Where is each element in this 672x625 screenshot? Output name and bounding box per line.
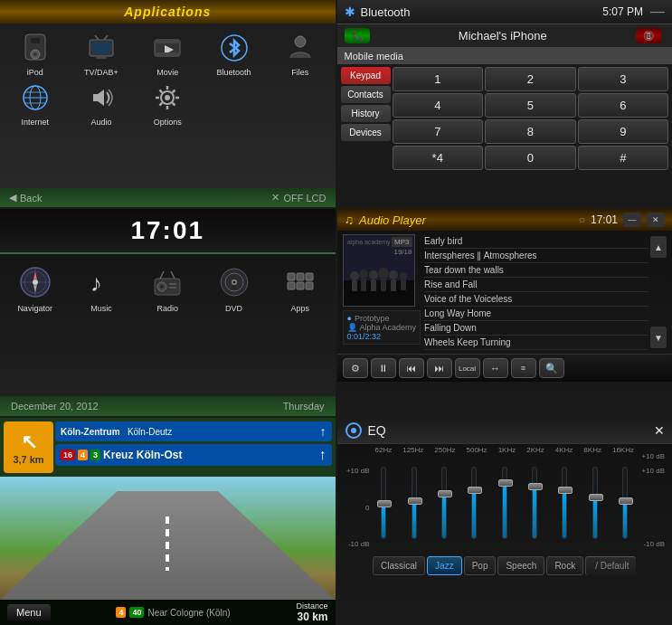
- menu-music[interactable]: ♪ Music: [70, 263, 132, 313]
- bt-key-hash[interactable]: #: [578, 146, 669, 170]
- eq-slider-250hz[interactable]: [433, 467, 455, 548]
- bt-key-6[interactable]: 6: [578, 93, 669, 118]
- eq-slider-125hz[interactable]: [403, 467, 425, 548]
- audio-playlist-btn[interactable]: ≡: [511, 358, 536, 378]
- eq-handle-62hz[interactable]: [377, 500, 392, 507]
- nav-sign-text1: Köln-Zentrum Köln-Deutz: [61, 427, 172, 437]
- bt-hangup-button[interactable]: 📵: [636, 28, 661, 43]
- track-1[interactable]: Early bird: [424, 234, 648, 249]
- svg-line-8: [104, 35, 108, 40]
- svg-text:♪: ♪: [90, 270, 102, 297]
- track-3[interactable]: Tear down the walls: [424, 263, 648, 278]
- eq-close-button[interactable]: ✕: [654, 423, 665, 438]
- nav-sign-bottom: 16 4 3 Kreuz Köln-Ost ↑: [55, 444, 332, 466]
- scroll-down-btn[interactable]: ▼: [650, 327, 667, 348]
- offlcd-button[interactable]: ✕ OFF LCD: [271, 192, 326, 204]
- freq-4khz: 4KHz: [555, 446, 573, 462]
- eq-handle-4khz[interactable]: [558, 487, 573, 494]
- eq-handle-16khz[interactable]: [619, 497, 633, 505]
- svg-rect-52: [361, 279, 366, 291]
- freq-500hz: 500Hz: [466, 446, 487, 462]
- bt-key-star[interactable]: *4: [393, 146, 484, 170]
- track-2[interactable]: Interspheres ∥ Atmospheres: [424, 249, 648, 263]
- app-tvdab[interactable]: TV/DAB+: [70, 31, 132, 77]
- svg-rect-58: [391, 279, 396, 291]
- eq-slider-2khz[interactable]: [524, 467, 545, 548]
- bt-contacts-btn[interactable]: Contacts: [341, 86, 391, 103]
- bt-answer-button[interactable]: 📞: [345, 28, 370, 43]
- menu-navigator[interactable]: Navigator: [4, 263, 66, 313]
- audio-local-btn[interactable]: Local: [455, 358, 480, 378]
- track-7[interactable]: Falling Down: [424, 321, 648, 336]
- bt-key-9[interactable]: 9: [578, 119, 669, 144]
- bt-key-4[interactable]: 4: [393, 93, 484, 118]
- back-button[interactable]: ◀ Back: [9, 192, 42, 204]
- svg-line-7: [95, 35, 99, 40]
- app-ipod[interactable]: iPod: [4, 31, 66, 77]
- route-badge-16: 16: [61, 450, 75, 460]
- eq-fill-8khz: [593, 499, 597, 538]
- eq-preset-rock[interactable]: Rock: [546, 556, 583, 575]
- nav-menu-button[interactable]: Menu: [7, 604, 51, 620]
- audio-close-btn[interactable]: ✕: [647, 213, 665, 227]
- audio-next-btn[interactable]: ⏭: [427, 358, 452, 378]
- app-bluetooth-apps[interactable]: Bluetooth: [203, 31, 265, 77]
- eq-preset-default[interactable]: / Default: [585, 556, 636, 575]
- bt-key-5[interactable]: 5: [485, 93, 576, 118]
- nav-sign-text2: Kreuz Köln-Ost: [103, 449, 182, 461]
- app-files[interactable]: Files: [269, 31, 331, 77]
- bt-key-2[interactable]: 2: [485, 67, 576, 91]
- eq-handle-8khz[interactable]: [589, 494, 603, 501]
- svg-rect-33: [169, 283, 176, 285]
- bt-keypad-btn[interactable]: Keypad: [341, 67, 391, 84]
- eq-slider-16khz[interactable]: [614, 467, 636, 548]
- audio-prev-btn[interactable]: ⏮: [399, 358, 424, 378]
- bt-key-3[interactable]: 3: [578, 67, 669, 91]
- audio-minimize-btn[interactable]: —: [623, 213, 641, 227]
- navigation-panel: ↖ 3,7 km Köln-Zentrum Köln-Deutz ↑ 16 4 …: [0, 418, 336, 625]
- scroll-up-btn[interactable]: ▲: [650, 236, 667, 258]
- eq-slider-500hz[interactable]: [463, 467, 485, 548]
- bt-left-buttons: Keypad Contacts History Devices: [341, 67, 391, 170]
- app-internet[interactable]: Internet: [4, 80, 66, 127]
- track-8[interactable]: Wheels Keep Turning: [424, 336, 648, 350]
- track-4[interactable]: Rise and Fall: [424, 278, 648, 292]
- eq-slider-1khz[interactable]: [494, 467, 516, 548]
- bt-key-8[interactable]: 8: [485, 119, 576, 144]
- eq-handle-1khz[interactable]: [498, 479, 513, 487]
- audio-search-btn[interactable]: 🔍: [539, 358, 564, 378]
- app-options[interactable]: Options: [137, 80, 199, 127]
- bt-history-btn[interactable]: History: [341, 105, 391, 122]
- eq-handle-250hz[interactable]: [438, 490, 452, 497]
- eq-handle-500hz[interactable]: [468, 487, 482, 494]
- eq-slider-4khz[interactable]: [554, 467, 575, 548]
- eq-handle-2khz[interactable]: [528, 483, 543, 490]
- eq-preset-classical[interactable]: Classical: [373, 556, 425, 575]
- audio-settings-btn[interactable]: ⚙: [343, 358, 368, 378]
- app-audio[interactable]: Audio: [70, 80, 132, 127]
- eq-slider-62hz[interactable]: [373, 467, 394, 548]
- bt-devices-btn[interactable]: Devices: [341, 124, 391, 141]
- offlcd-x-icon: ✕: [271, 192, 279, 204]
- track-artist: Prototype: [355, 314, 390, 323]
- bt-key-1[interactable]: 1: [393, 67, 484, 91]
- audio-shuffle-btn[interactable]: ↔: [483, 358, 508, 378]
- eq-slider-8khz[interactable]: [584, 467, 606, 548]
- app-movie[interactable]: Movie: [137, 31, 199, 77]
- svg-rect-12: [155, 52, 180, 56]
- track-6[interactable]: Long Way Home: [424, 307, 648, 321]
- menu-apps[interactable]: Apps: [269, 263, 331, 313]
- bluetooth-minimize-icon[interactable]: —: [650, 4, 665, 20]
- eq-preset-speech[interactable]: Speech: [497, 556, 544, 575]
- eq-handle-125hz[interactable]: [408, 497, 422, 505]
- menu-dvd[interactable]: DVD: [203, 263, 265, 313]
- bluetooth-apps-icon: [217, 31, 251, 65]
- track-5[interactable]: Voice of the Voiceless: [424, 292, 648, 307]
- eq-preset-pop[interactable]: Pop: [464, 556, 497, 575]
- eq-preset-jazz[interactable]: Jazz: [427, 556, 462, 575]
- audio-play-pause-btn[interactable]: ⏸: [371, 358, 396, 378]
- bt-key-0[interactable]: 0: [485, 146, 576, 170]
- eq-fill-62hz: [382, 507, 385, 538]
- bt-key-7[interactable]: 7: [393, 119, 484, 144]
- menu-radio[interactable]: Radio: [137, 263, 199, 313]
